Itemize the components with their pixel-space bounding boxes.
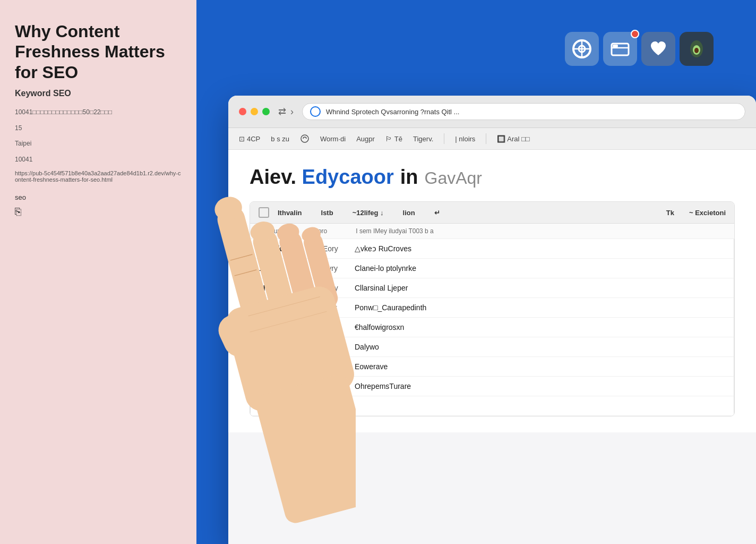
svg-point-10 [301,135,308,142]
subheader-col2: Roro [313,227,327,235]
page-title-area: Aiev. Edycaoor in GavAqr [250,166,735,189]
toolbar-item-2[interactable]: b s zu [271,135,289,143]
avocado-icon [687,39,706,58]
toolbar-item-nloirs[interactable]: | nloirs [455,135,475,143]
browser-toolbar: ⊡ 4CP b s zu Worm·di Augpr 🏳 Tē Tigerv. … [228,128,756,150]
cell-type: Nilly [323,382,355,390]
toolbar-item-augpr[interactable]: Augpr [356,135,375,143]
sidebar: Why Content Freshness Matters for SEO Ke… [0,0,196,544]
subheader-col1: Hry oun□ [259,227,285,235]
header-col-lion: lion [403,209,415,217]
cell-keyword: Eowerave [355,362,725,371]
traffic-light-green[interactable] [262,108,270,115]
browser-chrome: ⇄ › Whnind Sprotech Qvsarroning ?rnats Q… [228,96,756,128]
cell-dot: · [312,382,323,390]
table-row: 13 00k → Byry Clanei-lo ptolynrke [250,259,734,278]
page-title-subtitle: GavAqr [425,168,482,188]
header-col-invalid: Ithvalin [278,209,302,217]
browser-content: Aiev. Edycaoor in GavAqr Ithvalin Istb ~… [228,150,756,432]
sidebar-tag: seo [15,193,182,201]
app-icons-bar [565,32,714,66]
cell-dot: · [312,303,323,312]
address-bar-icon [310,106,321,117]
header-col-excietion: ~ Excietoni [689,209,726,217]
table-row: S0 00k · Nilly OhrepemsTurare [250,377,734,396]
cell-keyword: Clanei-lo ptolynrke [355,264,725,273]
cell-volume: S0 00k [259,382,312,390]
app-icon-dark[interactable] [680,32,714,66]
table-row: 8F 00k · [250,396,734,416]
table-row: 80 00k · Bylɣ Ponw□_Caurapedinth [250,298,734,318]
traffic-light-red[interactable] [239,108,246,115]
toolbar-item-aral[interactable]: 🔲 Aral □□ [497,135,529,143]
address-bar-text: Whnind Sprotech Qvsarroning ?rnats Qitl … [326,108,459,116]
main-area: ⇄ › Whnind Sprotech Qvsarroning ?rnats Q… [196,0,756,544]
svg-point-9 [694,48,699,53]
header-col-istb: Istb [321,209,333,217]
cell-volume: 82 00k [259,323,312,332]
toolbar-item-3[interactable] [300,134,310,143]
sidebar-meta-line4: 10041 [15,154,182,166]
sidebar-subtitle: Keyword SEO [15,89,182,98]
app-icon-with-badge[interactable] [603,32,637,66]
cell-keyword: Ponw□_Caurapedinth [355,303,725,312]
page-title-in: in [400,166,418,189]
toolbar-separator [444,133,444,144]
cell-dot: → [312,264,323,273]
header-col-lifeg[interactable]: ~12lifeg ↓ [353,209,384,217]
nav-back-icon[interactable]: ⇄ [278,106,286,117]
nav-controls: ⇄ › [278,106,294,117]
table-row: 82 00k · Bury €halfowigrosxn [250,318,734,337]
notification-badge [631,30,639,38]
page-title-blue: Edycaoor [302,166,394,188]
cell-volume: 13 00k [259,264,312,273]
cell-type: Eory [323,244,355,253]
app-icon-browser[interactable] [565,32,599,66]
cell-type: Rylɣ [323,343,355,351]
sidebar-meta-line1: 10041□□□□□□□□□□□□□50□22□□□ [15,107,182,118]
cell-type: Byry [323,264,355,273]
subheader-col3: I sem IMey iludyai T003 b a [356,227,434,235]
cell-type: Bury [323,323,355,332]
cell-keyword: Dalywo [355,343,725,351]
cell-keyword: €halfowigrosxn [355,323,725,332]
table-row: 17 004 · Rylɣ Dalywo [250,337,734,357]
toolbar-item-tiger[interactable]: Tigerv. [413,135,433,143]
cell-type: Bory [323,362,355,371]
sidebar-meta-line2: 15 [15,123,182,134]
cell-keyword: Cllarsinal Ljeper [355,284,725,292]
link-icon [300,134,310,143]
browser-circle-icon [571,38,592,60]
cell-dot: · [312,402,323,410]
cell-volume: 8I 00k [259,284,312,292]
cell-dot: · [312,343,323,351]
browser-window: ⇄ › Whnind Sprotech Qvsarroning ?rnats Q… [228,96,756,544]
cell-volume: 17 004 [259,343,312,351]
toolbar-item-te[interactable]: 🏳 Tē [385,135,402,143]
nav-forward-icon[interactable]: › [290,106,294,117]
table-subheader: Hry oun□ Roro I sem IMey iludyai T003 b … [250,224,734,239]
table-row: 8I 00k · Egry Cllarsinal Ljeper [250,278,734,298]
cell-dot: · [312,323,323,332]
table-row: 68 00k · Eory △vkeɔ RuCroves [250,239,734,259]
sidebar-title: Why Content Freshness Matters for SEO [15,21,182,82]
cell-volume: 8F 00k [259,402,312,410]
cell-keyword: OhrepemsTurare [355,382,725,390]
traffic-light-yellow[interactable] [251,108,258,115]
toolbar-flag-icon: 🏳 [385,135,392,143]
cell-dot: · [312,362,323,371]
svg-rect-6 [613,45,618,47]
address-bar[interactable]: Whnind Sprotech Qvsarroning ?rnats Qitl … [302,103,745,120]
header-checkbox[interactable] [259,207,269,218]
toolbar-icon-1: ⊡ [239,135,245,143]
cell-volume: 80 00k [259,303,312,312]
app-icon-heart[interactable] [641,32,675,66]
toolbar-item-1[interactable]: ⊡ 4CP [239,135,260,143]
data-table: Ithvalin Istb ~12lifeg ↓ lion ↵ Tk ~ Exc… [250,201,735,416]
cell-keyword: △vkeɔ RuCroves [355,244,725,253]
toolbar-item-worm[interactable]: Worm·di [320,135,346,143]
table-row: 32 00k · Bory Eowerave [250,357,734,377]
heart-icon [649,39,668,58]
sidebar-url: https://pub-5c454f571b8e40a3a2aad27ade84… [15,170,182,183]
tabs-icon [611,39,630,58]
